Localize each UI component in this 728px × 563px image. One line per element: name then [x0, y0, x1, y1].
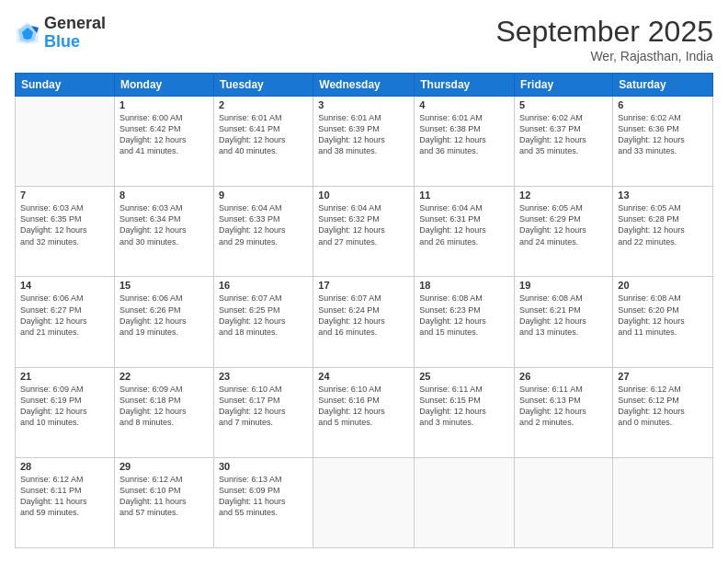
day-info: Sunrise: 6:05 AMSunset: 6:28 PMDaylight:… [618, 202, 708, 247]
logo-line2: Blue [44, 33, 106, 52]
day-number: 1 [119, 99, 209, 110]
day-number: 30 [219, 461, 308, 472]
day-number: 4 [419, 99, 509, 110]
calendar-body: 1Sunrise: 6:00 AMSunset: 6:42 PMDaylight… [16, 97, 713, 548]
calendar-cell: 25Sunrise: 6:11 AMSunset: 6:15 PMDayligh… [415, 367, 515, 457]
calendar-cell: 12Sunrise: 6:05 AMSunset: 6:29 PMDayligh… [515, 187, 613, 277]
day-number: 15 [119, 280, 209, 291]
day-number: 12 [519, 190, 608, 201]
day-info: Sunrise: 6:02 AMSunset: 6:36 PMDaylight:… [618, 112, 708, 157]
header: General Blue September 2025 Wer, Rajasth… [15, 15, 713, 63]
day-info: Sunrise: 6:12 AMSunset: 6:12 PMDaylight:… [618, 384, 708, 429]
day-number: 5 [519, 99, 608, 110]
logo: General Blue [15, 15, 106, 52]
day-info: Sunrise: 6:08 AMSunset: 6:21 PMDaylight:… [519, 293, 608, 338]
calendar-cell: 1Sunrise: 6:00 AMSunset: 6:42 PMDaylight… [114, 97, 213, 187]
calendar-cell: 29Sunrise: 6:12 AMSunset: 6:10 PMDayligh… [114, 457, 213, 547]
calendar-cell: 11Sunrise: 6:04 AMSunset: 6:31 PMDayligh… [415, 187, 515, 277]
day-number: 8 [119, 190, 209, 201]
day-number: 3 [318, 99, 409, 110]
header-wednesday: Wednesday [313, 74, 415, 97]
day-info: Sunrise: 6:04 AMSunset: 6:32 PMDaylight:… [318, 202, 409, 247]
logo-line1: General [44, 15, 106, 33]
calendar-cell: 9Sunrise: 6:04 AMSunset: 6:33 PMDaylight… [213, 187, 313, 277]
calendar-cell: 22Sunrise: 6:09 AMSunset: 6:18 PMDayligh… [114, 367, 213, 457]
day-info: Sunrise: 6:06 AMSunset: 6:27 PMDaylight:… [20, 293, 109, 338]
day-info: Sunrise: 6:13 AMSunset: 6:09 PMDaylight:… [219, 474, 308, 519]
calendar-cell [415, 457, 515, 547]
day-number: 20 [618, 280, 708, 291]
calendar-cell: 5Sunrise: 6:02 AMSunset: 6:37 PMDaylight… [515, 97, 613, 187]
calendar-cell: 30Sunrise: 6:13 AMSunset: 6:09 PMDayligh… [213, 457, 313, 547]
day-info: Sunrise: 6:04 AMSunset: 6:33 PMDaylight:… [219, 202, 308, 247]
calendar-cell: 4Sunrise: 6:01 AMSunset: 6:38 PMDaylight… [415, 97, 515, 187]
calendar-week-3: 21Sunrise: 6:09 AMSunset: 6:19 PMDayligh… [16, 367, 713, 457]
calendar-cell: 10Sunrise: 6:04 AMSunset: 6:32 PMDayligh… [313, 187, 415, 277]
calendar-cell: 2Sunrise: 6:01 AMSunset: 6:41 PMDaylight… [213, 97, 313, 187]
header-saturday: Saturday [613, 74, 713, 97]
day-info: Sunrise: 6:11 AMSunset: 6:13 PMDaylight:… [519, 384, 608, 429]
day-number: 24 [318, 371, 409, 382]
day-number: 7 [20, 190, 109, 201]
day-number: 21 [20, 371, 109, 382]
calendar-cell: 23Sunrise: 6:10 AMSunset: 6:17 PMDayligh… [213, 367, 313, 457]
day-number: 9 [219, 190, 308, 201]
header-tuesday: Tuesday [213, 74, 313, 97]
header-monday: Monday [114, 74, 213, 97]
day-number: 27 [618, 371, 708, 382]
day-number: 11 [419, 190, 509, 201]
month-title: September 2025 [495, 15, 713, 49]
day-info: Sunrise: 6:09 AMSunset: 6:18 PMDaylight:… [119, 384, 209, 429]
day-info: Sunrise: 6:11 AMSunset: 6:15 PMDaylight:… [419, 384, 509, 429]
calendar-table: Sunday Monday Tuesday Wednesday Thursday… [15, 73, 713, 548]
calendar-cell: 15Sunrise: 6:06 AMSunset: 6:26 PMDayligh… [114, 277, 213, 367]
day-info: Sunrise: 6:08 AMSunset: 6:20 PMDaylight:… [618, 293, 708, 338]
calendar-cell [515, 457, 613, 547]
day-info: Sunrise: 6:08 AMSunset: 6:23 PMDaylight:… [419, 293, 509, 338]
calendar-cell: 7Sunrise: 6:03 AMSunset: 6:35 PMDaylight… [16, 187, 115, 277]
day-info: Sunrise: 6:01 AMSunset: 6:41 PMDaylight:… [219, 112, 308, 157]
day-number: 26 [519, 371, 608, 382]
day-info: Sunrise: 6:07 AMSunset: 6:24 PMDaylight:… [318, 293, 409, 338]
day-number: 19 [519, 280, 608, 291]
day-number: 16 [219, 280, 308, 291]
day-info: Sunrise: 6:12 AMSunset: 6:10 PMDaylight:… [119, 474, 209, 519]
day-info: Sunrise: 6:04 AMSunset: 6:31 PMDaylight:… [419, 202, 509, 247]
calendar-cell: 16Sunrise: 6:07 AMSunset: 6:25 PMDayligh… [213, 277, 313, 367]
day-number: 2 [219, 99, 308, 110]
calendar-week-1: 7Sunrise: 6:03 AMSunset: 6:35 PMDaylight… [16, 187, 713, 277]
day-number: 13 [618, 190, 708, 201]
day-info: Sunrise: 6:01 AMSunset: 6:38 PMDaylight:… [419, 112, 509, 157]
calendar-cell: 13Sunrise: 6:05 AMSunset: 6:28 PMDayligh… [613, 187, 713, 277]
day-number: 22 [119, 371, 209, 382]
header-thursday: Thursday [415, 74, 515, 97]
calendar-cell: 14Sunrise: 6:06 AMSunset: 6:27 PMDayligh… [16, 277, 115, 367]
day-info: Sunrise: 6:10 AMSunset: 6:17 PMDaylight:… [219, 384, 308, 429]
day-number: 14 [20, 280, 109, 291]
header-friday: Friday [515, 74, 613, 97]
day-info: Sunrise: 6:12 AMSunset: 6:11 PMDaylight:… [20, 474, 109, 519]
day-number: 29 [119, 461, 209, 472]
day-info: Sunrise: 6:02 AMSunset: 6:37 PMDaylight:… [519, 112, 608, 157]
logo-text: General Blue [44, 15, 106, 52]
logo-icon [15, 20, 40, 46]
subtitle: Wer, Rajasthan, India [495, 49, 713, 63]
day-info: Sunrise: 6:07 AMSunset: 6:25 PMDaylight:… [219, 293, 308, 338]
calendar-cell: 28Sunrise: 6:12 AMSunset: 6:11 PMDayligh… [16, 457, 115, 547]
calendar-cell: 24Sunrise: 6:10 AMSunset: 6:16 PMDayligh… [313, 367, 415, 457]
day-number: 10 [318, 190, 409, 201]
title-section: September 2025 Wer, Rajasthan, India [495, 15, 713, 63]
header-sunday: Sunday [16, 74, 115, 97]
calendar-cell: 21Sunrise: 6:09 AMSunset: 6:19 PMDayligh… [16, 367, 115, 457]
day-number: 25 [419, 371, 509, 382]
calendar-cell: 27Sunrise: 6:12 AMSunset: 6:12 PMDayligh… [613, 367, 713, 457]
calendar-header: Sunday Monday Tuesday Wednesday Thursday… [16, 74, 713, 97]
header-row: Sunday Monday Tuesday Wednesday Thursday… [16, 74, 713, 97]
day-number: 23 [219, 371, 308, 382]
calendar-cell: 17Sunrise: 6:07 AMSunset: 6:24 PMDayligh… [313, 277, 415, 367]
page: General Blue September 2025 Wer, Rajasth… [0, 0, 728, 563]
day-info: Sunrise: 6:05 AMSunset: 6:29 PMDaylight:… [519, 202, 608, 247]
calendar-week-0: 1Sunrise: 6:00 AMSunset: 6:42 PMDaylight… [16, 97, 713, 187]
day-info: Sunrise: 6:03 AMSunset: 6:35 PMDaylight:… [20, 202, 109, 247]
day-info: Sunrise: 6:03 AMSunset: 6:34 PMDaylight:… [119, 202, 209, 247]
